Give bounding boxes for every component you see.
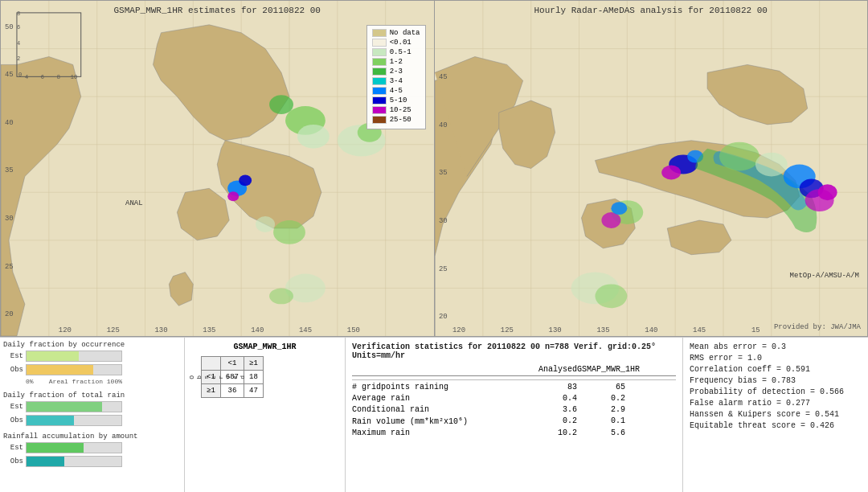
legend-label-10-25: 10-25: [390, 106, 411, 114]
svg-text:40: 40: [438, 121, 447, 129]
legend-color-1-2: [372, 58, 387, 66]
right-map-metop-label: MetOp-A/AMSU-A/M: [790, 272, 859, 280]
occurrence-est-bar-row: Est: [3, 351, 181, 362]
legend-item-3-4: 3-4: [372, 77, 420, 85]
legend-label-2-3: 2-3: [390, 68, 403, 76]
svg-text:8: 8: [57, 74, 60, 80]
stats-val1-maxrain: 10.2: [529, 428, 577, 437]
right-map-panel: Hourly Radar-AMeDAS analysis for 2011082…: [434, 0, 869, 337]
svg-text:4: 4: [17, 40, 20, 47]
metric-far: False alarm ratio = 0.277: [690, 399, 862, 408]
svg-point-20: [239, 174, 252, 186]
stats-row-condrain: Conditional rain 3.6 2.9: [352, 405, 676, 414]
metric-rms: RMS error = 1.0: [690, 354, 862, 363]
svg-text:140: 140: [645, 326, 657, 334]
matrix-col-lt1: <1: [220, 357, 244, 371]
confusion-matrix-area: GSMAP_MWR_1HR Observed <1 ≥1 <1 687 18: [185, 338, 346, 492]
legend-color-2-3: [372, 68, 387, 76]
accum-bar-chart: Est Obs: [3, 442, 181, 467]
legend-item-05-1: 0.5-1: [372, 48, 420, 56]
matrix-row-ge1: ≥1: [202, 384, 221, 398]
svg-point-67: [661, 166, 681, 180]
svg-point-76: [601, 212, 620, 228]
svg-text:145: 145: [299, 326, 312, 334]
svg-text:35: 35: [5, 166, 14, 174]
stats-col-gsmap: GSMAP_MWR_1HR: [577, 365, 625, 374]
stats-val1-condrain: 3.6: [529, 405, 577, 414]
legend: No data <0.01 0.5-1 1-2 2-3: [366, 25, 426, 129]
right-map-title: Hourly Radar-AMeDAS analysis for 2011082…: [534, 6, 768, 15]
svg-point-27: [269, 288, 293, 304]
obs-vertical-label: Observed: [188, 375, 199, 379]
rain-est-bar-fill: [27, 402, 102, 412]
matrix-cell-ge1-lt1: 36: [220, 384, 244, 398]
stats-val2-volume: 0.1: [577, 416, 625, 426]
rain-est-label: Est: [3, 403, 23, 411]
stats-empty-header: [352, 365, 529, 374]
stats-name-volume: Rain volume (mm*km²x10⁶): [352, 416, 529, 426]
rain-obs-bar-row: Obs: [3, 415, 181, 426]
accum-est-label: Est: [3, 444, 23, 452]
legend-color-nodata: [372, 29, 387, 37]
svg-text:2: 2: [17, 55, 20, 62]
svg-point-22: [273, 220, 305, 244]
charts-area: Daily fraction by occurrence Est Obs 0%: [0, 338, 185, 492]
svg-text:30: 30: [438, 217, 447, 225]
occurrence-est-bar-bg: [26, 351, 122, 362]
svg-text:8: 8: [17, 10, 20, 17]
svg-text:130: 130: [548, 326, 561, 334]
stats-row-volume: Rain volume (mm*km²x10⁶) 0.2 0.1: [352, 416, 676, 426]
matrix-cell-lt1-ge1: 18: [244, 371, 264, 384]
legend-item-10-25: 10-25: [372, 106, 420, 114]
legend-label-nodata: No data: [390, 29, 420, 37]
occurrence-axis: 0% Areal fraction 100%: [26, 378, 122, 385]
occurrence-axis-end: Areal fraction 100%: [49, 378, 122, 385]
svg-point-72: [817, 184, 837, 200]
svg-text:35: 35: [438, 169, 447, 177]
svg-text:120: 120: [452, 326, 465, 334]
legend-color-5-10: [372, 96, 387, 105]
bottom-row: Daily fraction by occurrence Est Obs 0%: [0, 338, 868, 492]
legend-color-25-50: [372, 116, 387, 124]
occurrence-obs-bar-bg: [26, 364, 122, 375]
stats-val2-gridpoints: 65: [577, 383, 625, 392]
svg-text:135: 135: [596, 326, 609, 334]
rain-bar-chart: Est Obs: [3, 401, 181, 426]
svg-text:25: 25: [438, 265, 447, 273]
occurrence-axis-start: 0%: [26, 378, 34, 385]
right-map-credit: Provided by: JWA/JMA: [774, 323, 861, 331]
occurrence-est-bar-fill: [27, 351, 79, 361]
svg-point-79: [595, 284, 627, 308]
svg-text:20: 20: [5, 310, 14, 318]
matrix-empty-cell: [202, 357, 221, 371]
legend-color-05-1: [372, 48, 387, 56]
stats-divider: [352, 379, 676, 380]
legend-label-5-10: 5-10: [390, 96, 407, 105]
svg-point-73: [719, 142, 760, 171]
svg-text:6: 6: [17, 24, 20, 31]
accum-est-bar-row: Est: [3, 442, 181, 453]
accum-obs-bar-fill: [27, 457, 64, 466]
stats-col-analysed: Analysed: [529, 365, 577, 374]
occurrence-chart-title: Daily fraction by occurrence: [3, 341, 181, 349]
svg-text:0: 0: [18, 72, 22, 78]
legend-item-nodata: No data: [372, 29, 420, 37]
accum-chart-title: Rainfall accumulation by amount: [3, 433, 181, 441]
right-map-svg: 20 25 30 35 40 45 120 125 130 135 140 14…: [435, 1, 868, 336]
svg-text:40: 40: [5, 119, 14, 127]
maps-row: GSMAP_MWR_1HR estimates for 20110822 00: [0, 0, 868, 338]
occurrence-obs-label: Obs: [3, 366, 23, 374]
metric-hk: Hanssen & Kuipers score = 0.541: [690, 410, 862, 419]
rain-est-bar-bg: [26, 401, 122, 412]
stats-val1-gridpoints: 83: [529, 383, 577, 392]
svg-text:25: 25: [5, 263, 14, 271]
legend-item-lt001: <0.01: [372, 39, 420, 47]
metric-corr: Correlation coeff = 0.591: [690, 365, 862, 374]
svg-text:120: 120: [59, 326, 72, 334]
rain-obs-bar-fill: [27, 416, 74, 425]
legend-color-10-25: [372, 106, 387, 114]
occurrence-bar-chart: Est Obs 0% Areal fraction 100%: [3, 351, 181, 385]
metrics-area: Mean abs error = 0.3 RMS error = 1.0 Cor…: [683, 338, 868, 492]
svg-text:125: 125: [107, 326, 120, 334]
occurrence-obs-bar-row: Obs: [3, 364, 181, 375]
